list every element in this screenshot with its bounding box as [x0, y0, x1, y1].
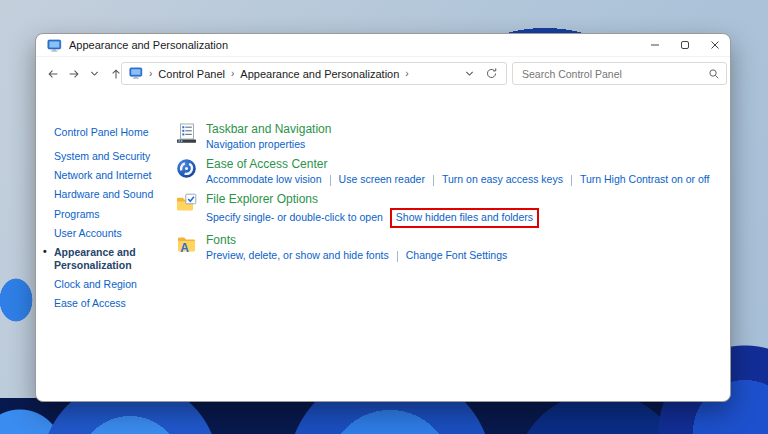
chevron-down-icon [464, 68, 475, 79]
sidebar-item-control-panel-home[interactable]: Control Panel Home [54, 126, 179, 139]
back-button[interactable] [42, 63, 63, 85]
nav-buttons [42, 57, 126, 90]
sidebar-item-network-and-internet[interactable]: Network and Internet [54, 169, 179, 182]
link-specify-single-or-double-click-to-open[interactable]: Specify single- or double-click to open [206, 211, 383, 225]
breadcrumb-control-panel[interactable]: Control Panel [158, 68, 225, 80]
link-turn-high-contrast-on-or-off[interactable]: Turn High Contrast on or off [580, 173, 710, 187]
section-ease-of-access-center: Ease of Access Center Accommodate low vi… [176, 157, 722, 187]
section-file-explorer-options: File Explorer Options Specify single- or… [176, 192, 722, 228]
fonts-icon: A [176, 234, 197, 255]
breadcrumb-appearance-and-personalization[interactable]: Appearance and Personalization [240, 68, 399, 80]
section-title-ease-of-access-center[interactable]: Ease of Access Center [206, 157, 710, 171]
section-body: Fonts Preview, delete, or show and hide … [206, 233, 507, 263]
svg-text:A: A [180, 241, 189, 255]
maximize-icon [680, 40, 690, 50]
control-panel-icon [46, 37, 62, 53]
recent-pages-button[interactable] [84, 63, 105, 85]
address-bar[interactable]: › Control Panel › Appearance and Persona… [121, 62, 507, 85]
breadcrumb-separator: › [231, 68, 234, 79]
section-body: File Explorer Options Specify single- or… [206, 192, 539, 228]
link-show-hidden-files-and-folders[interactable]: Show hidden files and folders [396, 211, 533, 223]
search-input[interactable] [522, 68, 708, 80]
selected-bullet: • [43, 245, 47, 258]
minimize-button[interactable] [640, 34, 670, 56]
sidebar-item-clock-and-region[interactable]: Clock and Region [54, 278, 179, 291]
link-divider [433, 175, 434, 186]
section-title-taskbar-and-navigation[interactable]: Taskbar and Navigation [206, 122, 331, 136]
refresh-icon [485, 67, 498, 80]
link-divider [397, 251, 398, 262]
sidebar: Control Panel Home System and Security N… [54, 126, 179, 316]
taskbar-icon [176, 123, 197, 144]
ease-of-access-icon [176, 158, 197, 179]
link-change-font-settings[interactable]: Change Font Settings [406, 249, 508, 263]
title-bar: Appearance and Personalization [36, 34, 730, 57]
link-accommodate-low-vision[interactable]: Accommodate low vision [206, 173, 322, 187]
link-turn-on-easy-access-keys[interactable]: Turn on easy access keys [442, 173, 563, 187]
link-navigation-properties[interactable]: Navigation properties [206, 138, 305, 152]
sidebar-item-programs[interactable]: Programs [54, 208, 179, 221]
highlight-box: Show hidden files and folders [390, 208, 539, 228]
back-icon [46, 67, 60, 81]
search-icon[interactable] [708, 68, 720, 80]
window-title: Appearance and Personalization [69, 39, 640, 51]
search-box [512, 62, 727, 85]
forward-button[interactable] [63, 63, 84, 85]
link-divider [571, 175, 572, 186]
main-content: Taskbar and Navigation Navigation proper… [176, 122, 722, 268]
section-title-fonts[interactable]: Fonts [206, 233, 507, 247]
control-panel-icon [129, 66, 143, 82]
sidebar-item-hardware-and-sound[interactable]: Hardware and Sound [54, 188, 179, 201]
section-title-file-explorer-options[interactable]: File Explorer Options [206, 192, 539, 206]
section-fonts: A Fonts Preview, delete, or show and hid… [176, 233, 722, 263]
section-body: Taskbar and Navigation Navigation proper… [206, 122, 331, 152]
navigation-toolbar: › Control Panel › Appearance and Persona… [36, 57, 730, 90]
breadcrumb-separator: › [149, 68, 152, 79]
close-icon [710, 40, 720, 50]
forward-icon [67, 67, 81, 81]
chevron-down-icon [89, 68, 100, 79]
link-preview-delete-or-show-and-hide-fonts[interactable]: Preview, delete, or show and hide fonts [206, 249, 389, 263]
link-divider [330, 175, 331, 186]
control-panel-window: Appearance and Personalization [35, 33, 731, 402]
section-taskbar-and-navigation: Taskbar and Navigation Navigation proper… [176, 122, 722, 152]
desktop: Appearance and Personalization [0, 0, 768, 434]
address-dropdown-button[interactable] [458, 63, 480, 84]
sidebar-item-appearance-and-personalization: • Appearance and Personalization [54, 246, 179, 272]
window-controls [640, 34, 730, 56]
maximize-button[interactable] [670, 34, 700, 56]
link-use-screen-reader[interactable]: Use screen reader [339, 173, 425, 187]
sidebar-item-label: Appearance and Personalization [54, 246, 136, 271]
sidebar-item-user-accounts[interactable]: User Accounts [54, 227, 179, 240]
close-button[interactable] [700, 34, 730, 56]
sidebar-item-system-and-security[interactable]: System and Security [54, 150, 179, 163]
file-explorer-options-icon [176, 193, 197, 214]
sidebar-item-ease-of-access[interactable]: Ease of Access [54, 297, 179, 310]
minimize-icon [650, 40, 660, 50]
section-body: Ease of Access Center Accommodate low vi… [206, 157, 710, 187]
refresh-button[interactable] [480, 63, 502, 84]
breadcrumb-separator: › [405, 68, 408, 79]
